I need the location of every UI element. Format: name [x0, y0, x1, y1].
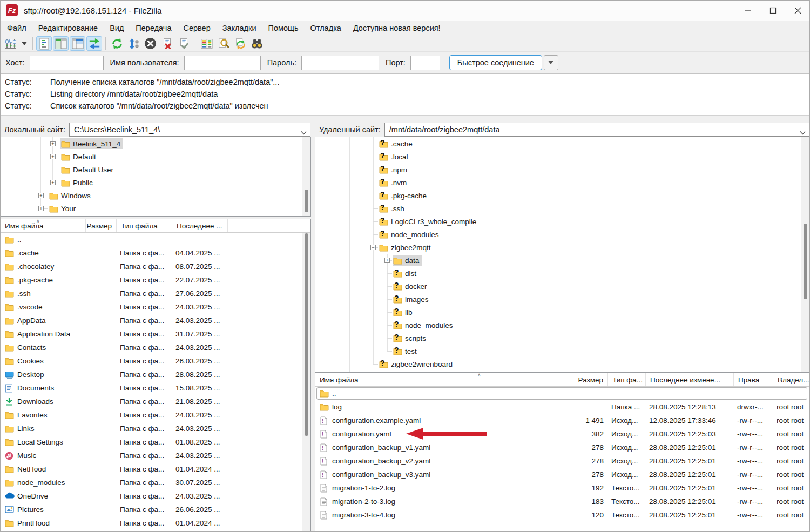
file-row-appdata[interactable]: AppDataПапка с фа...24.03.2025 ... [1, 314, 310, 327]
parent-dir-row[interactable]: .. [1, 233, 310, 246]
toolbar-local-tree-toggle-button[interactable] [53, 36, 69, 51]
toolbar-reconnect-button[interactable] [176, 36, 192, 51]
toolbar-remote-tree-toggle-button[interactable] [70, 36, 85, 51]
toolbar-directory-comparison-button[interactable] [199, 36, 214, 51]
column-header-1[interactable]: Размер [569, 373, 608, 386]
username-input[interactable] [184, 56, 261, 70]
column-header-2[interactable]: Тип файла [117, 219, 172, 232]
toolbar-disconnect-button[interactable] [159, 36, 175, 51]
expand-icon[interactable]: + [38, 193, 44, 198]
remote-site-combobox[interactable]: /mnt/data/root/zigbee2mqtt/data [384, 123, 809, 137]
file-row-log[interactable]: logПапка ...28.08.2025 12:28:13drwxr-...… [315, 400, 809, 414]
remote-tree-scrollbar-thumb[interactable] [804, 224, 807, 299]
menu-item-5[interactable]: Закладки [217, 22, 262, 34]
host-input[interactable] [30, 56, 104, 70]
file-row-favorites[interactable]: FavoritesПапка с фа...24.03.2025 ... [1, 408, 310, 422]
tree-item--pkg-cache[interactable]: ?.pkg-cache [315, 189, 809, 202]
port-input[interactable] [410, 56, 440, 70]
file-row-links[interactable]: LinksПапка с фа...24.03.2025 ... [1, 422, 310, 435]
menu-item-2[interactable]: Вид [104, 22, 130, 34]
file-row-configuration.example.yaml[interactable]: !configuration.example.yaml1 491Исход...… [315, 414, 809, 427]
file-row-music[interactable]: MusicПапка с фа...24.03.2025 ... [1, 449, 310, 462]
file-row-migration-3-to-4.log[interactable]: migration-3-to-4.log120Тексто...28.08.20… [315, 508, 809, 522]
file-row-local-settings[interactable]: Local SettingsПапка с фа...01.08.2025 ..… [1, 435, 310, 449]
file-row-.vscode[interactable]: .vscodeПапка с фа...24.03.2025 ... [1, 300, 310, 314]
tree-item-zigbee2wirenboard[interactable]: ?zigbee2wirenboard [315, 358, 809, 371]
menu-item-4[interactable]: Сервер [177, 22, 216, 34]
tree-item-logicclr3-whole-compile[interactable]: ?LogicCLr3_whole_compile [315, 215, 809, 228]
file-row-printhood[interactable]: PrintHoodПапка с фа...01.04.2024 ... [1, 516, 310, 530]
file-row-.pkg-cache[interactable]: .pkg-cacheПапка с фа...22.07.2025 ... [1, 273, 310, 287]
file-row-application-data[interactable]: Application DataПапка с фа...31.07.2025 … [1, 327, 310, 341]
menu-item-6[interactable]: Помощь [262, 22, 305, 34]
tree-item-dist[interactable]: ?dist [315, 267, 809, 280]
file-row-pictures[interactable]: PicturesПапка с фа...26.06.2025 ... [1, 503, 310, 516]
tree-item-images[interactable]: ?images [315, 293, 809, 306]
tree-item-zigbee2mqtt[interactable]: −zigbee2mqtt [315, 241, 809, 254]
column-header-4[interactable]: Права [734, 373, 773, 386]
file-row-nethood[interactable]: NetHoodПапка с фа...01.04.2024 ... [1, 462, 310, 476]
toolbar-cancel-button[interactable] [143, 36, 158, 51]
expand-icon[interactable]: + [50, 154, 56, 159]
tree-item-node-modules[interactable]: ?node_modules [315, 319, 809, 332]
menu-item-3[interactable]: Передача [130, 22, 177, 34]
file-row-configuration.yaml[interactable]: !configuration.yaml382Исход...28.08.2025… [315, 427, 809, 441]
local-tree-scrollbar[interactable] [302, 137, 310, 216]
local-tree-scrollbar-thumb[interactable] [305, 190, 308, 212]
file-row-.cache[interactable]: .cacheПапка с фа...04.04.2025 ... [1, 246, 310, 260]
file-row-configuration-backup-v3.yaml[interactable]: !configuration_backup_v3.yaml278Исход...… [315, 468, 809, 481]
file-row-desktop[interactable]: DesktopПапка с фа...28.08.2025 ... [1, 368, 310, 381]
tree-item--nvm[interactable]: ?.nvm [315, 176, 809, 189]
tree-item--cache[interactable]: ?.cache [315, 137, 809, 150]
toolbar-filter-button[interactable] [249, 36, 265, 51]
file-row-.chocolatey[interactable]: .chocolateyПапка с фа...08.07.2025 ... [1, 260, 310, 273]
tree-item--ssh[interactable]: ?.ssh [315, 202, 809, 215]
column-header-1[interactable]: Размер [86, 219, 117, 232]
toolbar-site-manager-button[interactable] [3, 36, 18, 51]
toolbar-refresh-button[interactable] [109, 36, 125, 51]
file-row-migration-2-to-3.log[interactable]: migration-2-to-3.log183Тексто...28.08.20… [315, 495, 809, 508]
tree-item-windows[interactable]: +Windows [1, 189, 310, 202]
toolbar-find-files-button[interactable] [215, 36, 231, 51]
tree-item-public[interactable]: +Public [1, 176, 310, 189]
tree-item-default[interactable]: +Default [1, 150, 310, 163]
parent-dir-row[interactable]: .. [315, 387, 809, 400]
password-input[interactable] [301, 56, 379, 70]
column-header-0[interactable]: Имя файла [315, 373, 569, 386]
local-site-combobox[interactable]: C:\Users\Beelink_511_4\ [69, 123, 310, 137]
collapse-icon[interactable]: − [370, 245, 376, 250]
tree-item-your[interactable]: +Your [1, 202, 310, 215]
tree-item-test[interactable]: ?test [315, 345, 809, 358]
toolbar-transfer-queue-toggle-button[interactable] [86, 36, 102, 51]
file-row-contacts[interactable]: ContactsПапка с фа...24.03.2025 ... [1, 341, 310, 354]
file-row-downloads[interactable]: DownloadsПапка с фа...21.08.2025 ... [1, 395, 310, 408]
column-header-0[interactable]: Имя файла [1, 219, 86, 232]
tree-item-beelink-511-4[interactable]: +Beelink_511_4 [1, 137, 310, 150]
menu-item-1[interactable]: Редактирование [32, 22, 104, 34]
maximize-button[interactable] [760, 0, 785, 21]
file-row-.ssh[interactable]: .sshПапка с фа...27.06.2025 ... [1, 287, 310, 300]
column-header-2[interactable]: Тип фа... [608, 373, 646, 386]
tree-item-node-modules[interactable]: ?node_modules [315, 228, 809, 241]
local-list-scrollbar[interactable] [302, 233, 310, 531]
menu-item-0[interactable]: Файл [1, 22, 32, 34]
close-button[interactable] [785, 0, 810, 21]
tree-item-data[interactable]: +data [315, 254, 809, 267]
file-row-[interactable] [1, 530, 310, 532]
tree-item-lib[interactable]: ?lib [315, 306, 809, 319]
tree-item-scripts[interactable]: ?scripts [315, 332, 809, 345]
file-row-configuration-backup-v1.yaml[interactable]: !configuration_backup_v1.yaml278Исход...… [315, 441, 809, 454]
expand-icon[interactable]: + [38, 206, 44, 211]
column-header-5[interactable]: Владел... [773, 373, 810, 386]
file-row-configuration-backup-v2.yaml[interactable]: !configuration_backup_v2.yaml278Исход...… [315, 454, 809, 468]
toolbar-site-manager-dropdown-button[interactable] [19, 36, 29, 51]
local-list-scrollbar-thumb[interactable] [305, 233, 308, 436]
expand-icon[interactable]: + [50, 180, 56, 185]
minimize-button[interactable] [735, 0, 760, 21]
remote-tree-scrollbar[interactable] [801, 137, 809, 372]
file-row-node-modules[interactable]: node_modulesПапка с фа...30.07.2025 ... [1, 476, 310, 489]
expand-icon[interactable]: + [384, 258, 390, 263]
column-header-3[interactable]: Последнее измене... [646, 373, 734, 386]
tree-item--npm[interactable]: ?.npm [315, 163, 809, 176]
tree-item-default-user[interactable]: Default User [1, 163, 310, 176]
